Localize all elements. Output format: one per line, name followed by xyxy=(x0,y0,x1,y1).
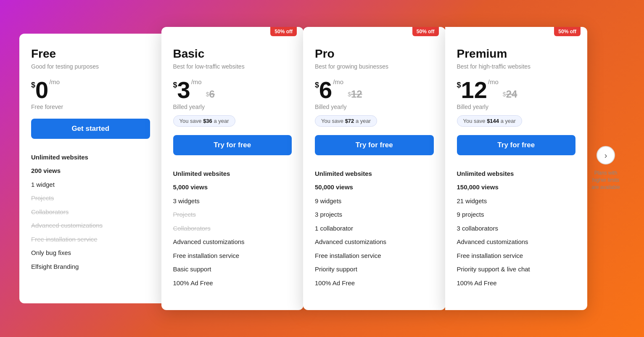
features-list-free: Unlimited websites200 views1 widgetProje… xyxy=(31,151,150,274)
feature-item: Advanced customizations xyxy=(457,235,576,249)
cta-button-basic[interactable]: Try for free xyxy=(173,135,292,155)
cta-button-pro[interactable]: Try for free xyxy=(315,135,434,155)
billing-info-premium: Billed yearly xyxy=(457,103,576,110)
feature-item: 3 projects xyxy=(315,208,434,222)
feature-item: 1 collaborator xyxy=(315,222,434,236)
plan-name-free: Free xyxy=(31,47,150,61)
price-period-basic: /mo xyxy=(191,78,202,85)
price-original-dollar-premium: $ xyxy=(503,91,506,98)
price-period-pro: /mo xyxy=(333,78,343,85)
plan-subtitle-basic: Best for low-traffic websites xyxy=(173,63,292,70)
cta-button-premium[interactable]: Try for free xyxy=(457,135,576,155)
savings-badge-premium: You save $144 a year xyxy=(457,115,522,127)
price-original-dollar-basic: $ xyxy=(206,91,209,98)
feature-item: Advanced customizations xyxy=(31,219,150,233)
feature-item: 1 widget xyxy=(31,178,150,192)
price-original-number-premium: 24 xyxy=(506,89,517,99)
next-arrow-button[interactable]: › xyxy=(596,146,615,165)
features-list-premium: Unlimited websites150,000 views21 widget… xyxy=(457,167,576,290)
feature-item: 5,000 views xyxy=(173,180,292,194)
price-row-free: $ 0 /mo xyxy=(31,78,150,102)
feature-item: 9 projects xyxy=(457,208,576,222)
price-main-pro: $ 6 /mo xyxy=(315,78,343,102)
discount-badge-premium: 50% off xyxy=(554,27,581,36)
plan-name-basic: Basic xyxy=(173,47,292,61)
next-arrow-container: › Plans with higher limits are available xyxy=(587,34,625,304)
price-period-free: /mo xyxy=(49,78,60,85)
price-row-premium: $ 12 /mo $ 24 xyxy=(457,78,576,102)
price-main-basic: $ 3 /mo xyxy=(173,78,202,102)
feature-item: Collaborators xyxy=(31,205,150,219)
feature-item: 100% Ad Free xyxy=(315,276,434,290)
price-number-pro: 6 xyxy=(319,78,332,102)
price-dollar-basic: $ xyxy=(173,81,177,90)
savings-badge-pro: You save $72 a year xyxy=(315,115,377,127)
price-number-free: 0 xyxy=(35,78,48,102)
price-original-number-basic: 6 xyxy=(209,89,214,99)
price-dollar-premium: $ xyxy=(457,81,461,90)
plan-name-premium: Premium xyxy=(457,47,576,61)
plan-card-pro: 50% offProBest for growing businesses $ … xyxy=(303,27,446,310)
feature-item: Free installation service xyxy=(457,249,576,263)
plan-subtitle-premium: Best for high-traffic websites xyxy=(457,63,576,70)
feature-item: Collaborators xyxy=(173,222,292,236)
price-original-pro: $ 12 xyxy=(348,89,362,99)
price-main-premium: $ 12 /mo xyxy=(457,78,499,102)
plan-card-free: FreeGood for testing purposes $ 0 /mo Fr… xyxy=(19,34,162,304)
next-arrow-label: Plans with higher limits are available xyxy=(591,170,620,191)
feature-item: 3 collaborators xyxy=(457,222,576,236)
feature-item: Unlimited websites xyxy=(173,167,292,181)
plan-subtitle-free: Good for testing purposes xyxy=(31,63,150,70)
feature-item: Free installation service xyxy=(173,249,292,263)
feature-item: Advanced customizations xyxy=(173,235,292,249)
price-original-dollar-pro: $ xyxy=(348,91,351,98)
features-list-basic: Unlimited websites5,000 views3 widgetsPr… xyxy=(173,167,292,290)
feature-item: Unlimited websites xyxy=(31,151,150,165)
pricing-wrapper: FreeGood for testing purposes $ 0 /mo Fr… xyxy=(19,34,625,304)
features-list-pro: Unlimited websites50,000 views9 widgets3… xyxy=(315,167,434,290)
price-dollar-pro: $ xyxy=(315,81,319,90)
price-original-number-pro: 12 xyxy=(351,89,362,99)
discount-badge-pro: 50% off xyxy=(412,27,439,36)
plan-subtitle-pro: Best for growing businesses xyxy=(315,63,434,70)
billing-info-pro: Billed yearly xyxy=(315,103,434,110)
price-row-pro: $ 6 /mo $ 12 xyxy=(315,78,434,102)
price-row-basic: $ 3 /mo $ 6 xyxy=(173,78,292,102)
feature-item: Basic support xyxy=(173,263,292,276)
price-original-basic: $ 6 xyxy=(206,89,215,99)
plan-card-premium: 50% offPremiumBest for high-traffic webs… xyxy=(445,27,588,310)
feature-item: 100% Ad Free xyxy=(173,276,292,290)
feature-item: Priority support xyxy=(315,263,434,276)
price-main-free: $ 0 /mo xyxy=(31,78,60,102)
feature-item: Unlimited websites xyxy=(457,167,576,181)
price-period-premium: /mo xyxy=(488,78,499,85)
cta-button-free[interactable]: Get started xyxy=(31,119,150,139)
billing-info-basic: Billed yearly xyxy=(173,103,292,110)
price-dollar-free: $ xyxy=(31,81,35,90)
price-number-basic: 3 xyxy=(177,78,190,102)
plan-card-basic: 50% offBasicBest for low-traffic website… xyxy=(161,27,304,310)
price-number-premium: 12 xyxy=(461,78,487,102)
feature-item: Elfsight Branding xyxy=(31,260,150,274)
feature-item: Priority support & live chat xyxy=(457,263,576,276)
feature-item: 150,000 views xyxy=(457,180,576,194)
plan-name-pro: Pro xyxy=(315,47,434,61)
feature-item: Unlimited websites xyxy=(315,167,434,181)
feature-item: 50,000 views xyxy=(315,180,434,194)
feature-item: Projects xyxy=(31,191,150,205)
feature-item: Projects xyxy=(173,208,292,222)
price-original-premium: $ 24 xyxy=(503,89,517,99)
feature-item: 21 widgets xyxy=(457,194,576,208)
feature-item: 9 widgets xyxy=(315,194,434,208)
feature-item: 200 views xyxy=(31,164,150,178)
billing-info-free: Free forever xyxy=(31,103,150,110)
discount-badge-basic: 50% off xyxy=(270,27,297,36)
savings-badge-basic: You save $36 a year xyxy=(173,115,235,127)
feature-item: Free installation service xyxy=(315,249,434,263)
feature-item: Advanced customizations xyxy=(315,235,434,249)
feature-item: 100% Ad Free xyxy=(457,276,576,290)
feature-item: 3 widgets xyxy=(173,194,292,208)
feature-item: Free installation service xyxy=(31,233,150,247)
feature-item: Only bug fixes xyxy=(31,246,150,260)
